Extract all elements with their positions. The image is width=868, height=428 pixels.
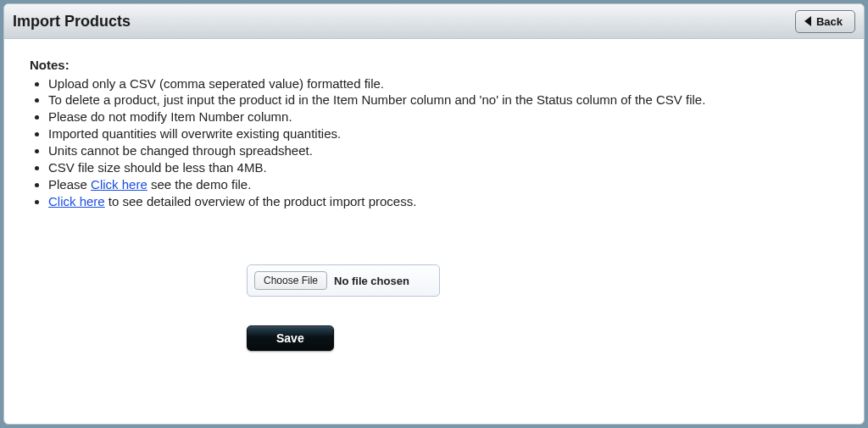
list-item: To delete a product, just input the prod… <box>48 92 838 109</box>
overview-link[interactable]: Click here <box>48 194 105 208</box>
chevron-left-icon <box>804 16 811 26</box>
file-input[interactable]: Choose File No file chosen <box>247 264 440 297</box>
choose-file-button[interactable]: Choose File <box>254 271 327 290</box>
notes-list: Upload only a CSV (comma seperated value… <box>30 75 838 210</box>
list-item: Please do not modify Item Number column. <box>48 109 838 126</box>
save-button[interactable]: Save <box>247 325 334 351</box>
back-button-label: Back <box>816 15 843 28</box>
titlebar: Import Products Back <box>4 4 864 39</box>
list-item: Units cannot be changed through spreadsh… <box>48 143 838 160</box>
file-status: No file chosen <box>334 275 409 287</box>
notes-heading: Notes: <box>30 58 838 72</box>
list-item: CSV file size should be less than 4MB. <box>48 159 838 176</box>
list-item: Imported quantities will overwrite exist… <box>48 126 838 143</box>
page-title: Import Products <box>13 13 131 31</box>
content-area: Notes: Upload only a CSV (comma seperate… <box>4 39 864 424</box>
demo-file-link[interactable]: Click here <box>91 177 147 192</box>
import-products-panel: Import Products Back Notes: Upload only … <box>3 3 865 425</box>
list-item: Please Click here see the demo file. <box>48 176 838 193</box>
list-item: Click here to see detailed overview of t… <box>48 193 838 210</box>
list-item: Upload only a CSV (comma seperated value… <box>48 75 838 92</box>
back-button[interactable]: Back <box>795 10 855 33</box>
